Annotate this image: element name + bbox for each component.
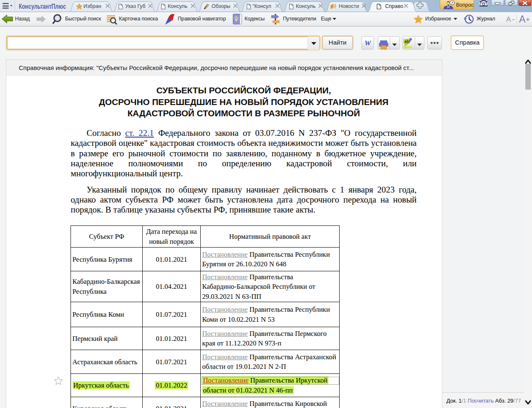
svg-text:A: A [506, 15, 511, 23]
svg-text:ab: ab [404, 39, 409, 44]
svg-text:Указ Губ: Указ Губ [125, 3, 146, 9]
svg-text:Избран: Избран [83, 3, 101, 9]
svg-text:A: A [519, 14, 526, 25]
svg-text:Новости: Новости [339, 3, 359, 9]
svg-text:"Консул: "Консул [252, 3, 271, 9]
svg-text:Справо: Справо [385, 3, 403, 9]
svg-text:W: W [365, 39, 372, 47]
svg-text:Обзоры: Обзоры [212, 3, 230, 9]
svg-text:?: ? [451, 1, 453, 5]
svg-text:Консуль: Консуль [168, 3, 187, 9]
svg-text:Консуль: Консуль [296, 3, 315, 9]
svg-text:−: − [512, 16, 515, 23]
svg-text:+: + [526, 15, 530, 23]
